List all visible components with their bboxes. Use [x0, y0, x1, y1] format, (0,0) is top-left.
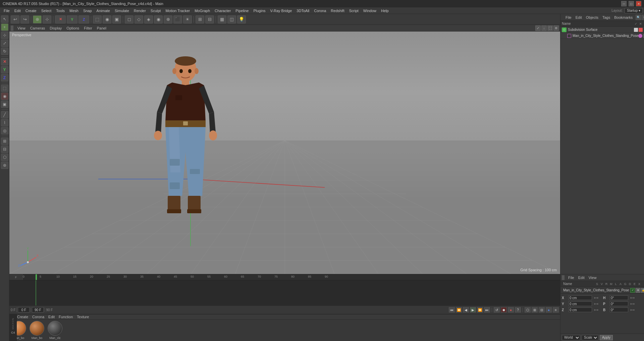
auto-key-btn[interactable]: ●: [508, 307, 514, 312]
mat-menu-corona[interactable]: Corona: [31, 315, 46, 319]
tool-polygon[interactable]: ⊞: [1, 137, 8, 145]
frame-start-input[interactable]: [18, 307, 30, 312]
tool-ffd[interactable]: ⬡: [1, 154, 8, 161]
scale-dropdown[interactable]: Scale Size: [582, 335, 598, 340]
menu-render[interactable]: Render: [131, 7, 148, 14]
menu-sculpt[interactable]: Sculpt: [148, 7, 163, 14]
record-btn[interactable]: ⏺: [501, 307, 507, 312]
world-dropdown[interactable]: World Object Parent: [562, 335, 580, 340]
goto-end-btn[interactable]: ⏭: [484, 307, 490, 312]
attr-input-b[interactable]: [610, 307, 628, 312]
effector-button[interactable]: ⊕: [164, 15, 172, 23]
loop-btn[interactable]: ↺: [494, 307, 500, 312]
om-menu-tags[interactable]: Tags: [601, 15, 612, 19]
object-row-man[interactable]: Man_in_City_Style_Clothes_Standing_Pose: [560, 33, 644, 39]
menu-simulate[interactable]: Simulate: [112, 7, 131, 14]
floor-button[interactable]: ▦: [218, 15, 226, 23]
render-picture-viewer[interactable]: ▣: [112, 15, 121, 23]
om-menu-file[interactable]: File: [564, 15, 573, 19]
timeline-extra4[interactable]: ≡: [553, 307, 559, 312]
vp-icon-2[interactable]: ↓: [541, 25, 547, 31]
tool-rotate[interactable]: ↻: [1, 48, 8, 55]
tool-y-axis[interactable]: Y: [1, 66, 8, 73]
subdiv-lock-btn[interactable]: [639, 28, 643, 32]
timeline-extra1[interactable]: ⊞: [532, 307, 538, 312]
material-2[interactable]: Man_bo: [30, 321, 44, 340]
viewport[interactable]: Perspective Grid Spacing : 100 cm X Y Z: [9, 32, 560, 274]
attr-obj-lock-btn[interactable]: 🔒: [641, 288, 644, 293]
redo-button[interactable]: ↪: [20, 15, 29, 23]
play-reverse-btn[interactable]: ◀: [463, 307, 469, 312]
vp-menu-display[interactable]: Display: [48, 25, 64, 31]
spline-button[interactable]: ◇: [135, 15, 143, 23]
enable-axis-btn[interactable]: ⊟: [205, 15, 214, 23]
mat-menu-edit[interactable]: Edit: [47, 315, 56, 319]
vp-icon-1[interactable]: ⤢: [535, 25, 541, 31]
om-search-btn[interactable]: 🔍: [636, 15, 641, 20]
menu-mesh[interactable]: Mesh: [67, 7, 81, 14]
om-menu-bookmarks[interactable]: Bookmarks: [612, 15, 634, 19]
timeline-track[interactable]: [9, 280, 560, 305]
tool-paint[interactable]: ⌇: [1, 119, 8, 126]
viewport-handle[interactable]: [11, 25, 13, 31]
z-axis-btn[interactable]: Z: [78, 15, 89, 23]
tool-render-all[interactable]: ▣: [1, 101, 8, 108]
subdiv-vis-btn[interactable]: [634, 28, 638, 32]
attr-handle[interactable]: [562, 275, 565, 280]
menu-edit[interactable]: Edit: [12, 7, 23, 14]
vp-icon-fullscreen[interactable]: ⛶: [547, 25, 553, 31]
maximize-button[interactable]: □: [629, 1, 634, 6]
om-search-btn2[interactable]: ✕: [642, 15, 644, 20]
mat-menu-create[interactable]: Create: [15, 315, 30, 319]
snap-button[interactable]: ⊞: [196, 15, 204, 23]
light-button[interactable]: ☀: [183, 15, 192, 23]
attr-input-p[interactable]: [610, 301, 628, 306]
menu-corona[interactable]: Corona: [312, 7, 328, 14]
minimize-button[interactable]: ─: [621, 1, 627, 6]
vp-icon-settings[interactable]: ⚙: [553, 25, 559, 31]
layout-dropdown[interactable]: Startup ▾: [625, 8, 643, 13]
menu-tools[interactable]: Tools: [54, 7, 67, 14]
tool-arrow[interactable]: ↖: [1, 15, 8, 23]
move-tool-button[interactable]: ⊹: [43, 15, 51, 23]
tool-scale[interactable]: ⤢: [1, 40, 8, 47]
tool-z-axis[interactable]: Z: [1, 74, 8, 81]
object-row-subdiv[interactable]: ⬡ Subdivision Surface: [560, 27, 644, 33]
title-bar-controls[interactable]: ─ □ ✕: [621, 1, 641, 6]
camera2-button[interactable]: ◫: [227, 15, 236, 23]
attr-input-h[interactable]: [610, 295, 628, 300]
tool-render-region[interactable]: ⬚: [1, 84, 8, 92]
menu-window[interactable]: Window: [361, 7, 379, 14]
tool-extras[interactable]: ⊛: [1, 162, 8, 169]
attr-obj-edit-btn[interactable]: ⊞: [636, 288, 640, 293]
mat-menu-function[interactable]: Function: [57, 315, 74, 319]
render-button[interactable]: ⬚: [93, 15, 102, 23]
next-frame-btn[interactable]: ⏩: [477, 307, 483, 312]
attr-input-z-pos[interactable]: [569, 307, 592, 312]
vp-menu-options[interactable]: Options: [64, 25, 81, 31]
menu-character[interactable]: Character: [212, 7, 233, 14]
man-color-btn[interactable]: [638, 34, 642, 38]
timeline-extra2[interactable]: ⊟: [539, 307, 545, 312]
vp-menu-view[interactable]: View: [15, 25, 28, 31]
timeline-playhead[interactable]: [36, 274, 37, 280]
menu-create[interactable]: Create: [23, 7, 39, 14]
material-3[interactable]: Man_clc: [48, 321, 62, 340]
y-axis-btn[interactable]: Y: [67, 15, 77, 23]
attr-menu-file[interactable]: File: [567, 276, 576, 280]
tool-add[interactable]: +: [1, 23, 8, 31]
attr-input-y-pos[interactable]: [569, 301, 592, 306]
menu-mograph[interactable]: MoGraph: [192, 7, 212, 14]
tool-magnet[interactable]: ◎: [1, 127, 8, 134]
attr-menu-edit[interactable]: Edit: [577, 276, 586, 280]
tool-move[interactable]: ⊹: [1, 32, 8, 39]
tool-x-axis[interactable]: ✕: [1, 58, 8, 65]
close-button[interactable]: ✕: [636, 1, 641, 6]
tool-render-active[interactable]: ◉: [1, 93, 8, 100]
vp-menu-filter[interactable]: Filter: [82, 25, 94, 31]
menu-plugins[interactable]: Plugins: [251, 7, 268, 14]
om-menu-objects[interactable]: Objects: [584, 15, 600, 19]
mat-menu-texture[interactable]: Texture: [75, 315, 91, 319]
menu-help[interactable]: Help: [379, 7, 391, 14]
goto-start-btn[interactable]: ⏮: [449, 307, 455, 312]
